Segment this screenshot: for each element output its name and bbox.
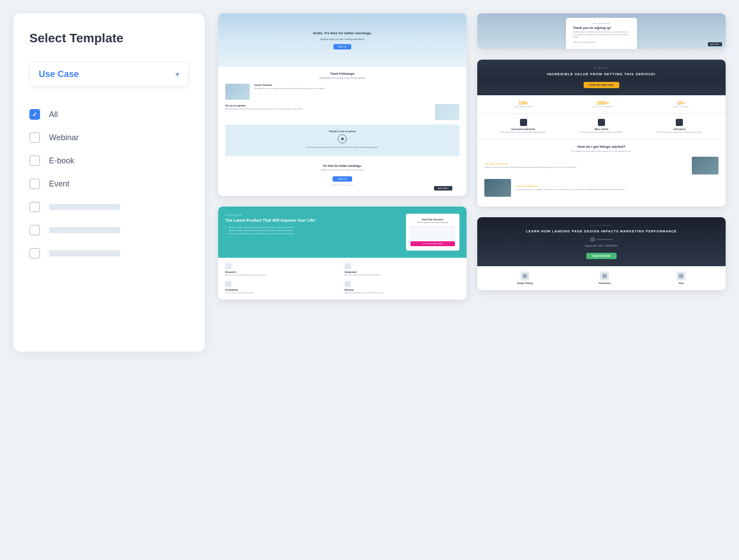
tmpl2-feat-text-4: Never worry for a backup for you and can… <box>345 292 384 294</box>
tmpl4-hero: A SOFU INCREDIBLE VALUE FROM GETTING THI… <box>477 60 726 95</box>
tmpl2-feat-text-1: With we've put a lot of thought when des… <box>225 274 266 276</box>
filter-placeholder-1 <box>49 204 120 210</box>
checkbox-all[interactable] <box>29 109 40 120</box>
tmpl5-register-btn: REGISTER NOW <box>586 253 616 259</box>
tmpl5-speaker-name-2: Performance <box>599 282 611 284</box>
tmpl2-top-left: APPFLOWW The Latest Product That Will Im… <box>225 214 401 251</box>
tmpl4-gs-row-2: Analyze an dashboard You can easily mana… <box>484 179 719 197</box>
main-area: Smile. It's time for better meetings. Ap… <box>218 13 726 300</box>
tmpl2-feat-icon-4 <box>345 281 351 287</box>
template-card-product[interactable]: APPFLOWW The Latest Product That Will Im… <box>218 207 467 300</box>
checkbox-p1[interactable] <box>29 202 40 212</box>
tmpl2-feat-icon-1 <box>225 263 231 269</box>
tmpl4-headline: INCREDIBLE VALUE FROM GETTING THIS SERVI… <box>484 72 719 76</box>
filter-item-all[interactable]: All <box>29 103 189 126</box>
tmpl3-img: APPFLOWCOMPANY Thank you for signing up!… <box>477 13 726 49</box>
tmpl4-feature-1: Increased productivity Start saving resu… <box>484 119 562 134</box>
tmpl5-calendar-icon <box>590 237 595 242</box>
tmpl2-bullet-1: We're on a path to improve your producti… <box>225 226 401 228</box>
tmpl4-feat-text-3: That will empower your business with coo… <box>641 131 719 134</box>
tmpl1-feature-img-1 <box>225 84 250 100</box>
tmpl4-stat-2: 2000+ ACTIVE CLIENTS <box>593 101 613 108</box>
tmpl1-add-btn[interactable]: ADD NEXT <box>434 186 452 191</box>
use-case-dropdown[interactable]: Use Case ▾ <box>29 61 189 87</box>
tmpl2-feat-text-3: You can use it from anywhere you desire. <box>225 292 254 294</box>
tmpl4-gs-link-2: Analyze an dashboard <box>516 185 719 187</box>
filter-item-event[interactable]: Event <box>29 172 189 195</box>
tmpl4-stat-num-3: 10+ <box>673 101 689 106</box>
tmpl1-feature-text-1: Visual Timeline With AppFlow you can vis… <box>254 84 459 90</box>
checkbox-webinar[interactable] <box>29 132 40 143</box>
tmpl3-title: Thank you for signing up! <box>573 26 630 29</box>
tmpl2-form-box: Get Free Access! We're on a path to impr… <box>406 214 459 251</box>
filter-item-placeholder2[interactable] <box>29 219 189 242</box>
template-column-1: Smile. It's time for better meetings. Ap… <box>218 13 467 300</box>
svg-rect-2 <box>679 274 683 278</box>
tmpl4-stat-label-3: DAILY MILES <box>673 106 689 108</box>
tmpl1-footer-btn: SIGN UP <box>333 176 353 182</box>
tmpl2-feature-4: Backup Never worry for a backup for you … <box>345 281 459 294</box>
tmpl3-add-btn[interactable]: ADD NEXT <box>708 42 722 46</box>
tmpl1-feature-row-1: Visual Timeline With AppFlow you can vis… <box>225 84 459 100</box>
checkbox-ebook[interactable] <box>29 155 40 166</box>
tmpl4-getting-started: How do I get things started? Our softwar… <box>477 139 726 207</box>
tmpl4-stat-label-1: INTEGRATIONS <box>514 106 533 108</box>
tmpl1-feature-desc-2: Meeting agendas for the information and … <box>225 108 430 110</box>
tmpl5-brand: SOFUCOMPANY <box>484 224 719 227</box>
left-panel: Select Template Use Case ▾ All Webinar E… <box>13 13 205 352</box>
checkbox-event[interactable] <box>29 179 40 189</box>
tmpl2-feat-title-3: Availability <box>225 288 238 291</box>
filter-label-all: All <box>49 110 58 119</box>
tmpl5-headline: LEARN HOW LANDING PAGE DESIGN IMPACTS MA… <box>484 229 719 234</box>
tmpl1-feature-title-1: Visual Timeline <box>254 84 459 86</box>
filter-item-webinar[interactable]: Webinar <box>29 126 189 149</box>
filter-item-placeholder3[interactable] <box>29 242 189 265</box>
tmpl4-stat-label-2: ACTIVE CLIENTS <box>593 106 613 108</box>
tmpl4-gs-sub: Our software is custom-built for every b… <box>484 150 719 152</box>
tmpl4-stat-3: 10+ DAILY MILES <box>673 101 689 108</box>
tmpl2-bullet-2: We're on a path to improve your producti… <box>225 229 401 231</box>
tmpl4-gs-text-1: Start with a free account Create new pro… <box>484 162 687 169</box>
checkbox-p2[interactable] <box>29 225 40 235</box>
tmpl2-feature-3: Availability You can use it from anywher… <box>225 281 340 294</box>
tmpl1-feature-img-2 <box>435 104 459 120</box>
tmpl4-brand: A SOFU <box>484 67 719 69</box>
tmpl4-feat-title-2: More control <box>562 128 640 130</box>
tmpl4-stat-num-1: 100+ <box>514 101 533 106</box>
template-card-thankyou[interactable]: APPFLOWCOMPANY Thank you for signing up!… <box>477 13 726 49</box>
tmpl5-speaker-3: Value <box>677 272 686 285</box>
tmpl4-stats: 100+ INTEGRATIONS 2000+ ACTIVE CLIENTS 1… <box>477 95 726 114</box>
tmpl3-overlay: APPFLOWCOMPANY Thank you for signing up!… <box>566 18 637 49</box>
tmpl5-speaker-name-3: Value <box>677 282 686 284</box>
tmpl5-speaker-name-1: Design Thinking <box>517 282 533 284</box>
tmpl2-feat-title-1: Research <box>225 271 236 273</box>
chevron-down-icon: ▾ <box>175 69 179 79</box>
tmpl4-feature-2: More control This was created using your… <box>562 119 640 134</box>
filter-item-placeholder1[interactable] <box>29 195 189 219</box>
template-card-webinar[interactable]: SOFUCOMPANY LEARN HOW LANDING PAGE DESIG… <box>477 217 726 290</box>
tmpl1-feature-text-2: Set up an agenda Meeting agendas for the… <box>225 104 430 110</box>
play-icon <box>338 134 347 143</box>
filter-placeholder-3 <box>49 250 120 256</box>
tmpl4-gs-link-1: Start with a free account <box>484 162 687 165</box>
tmpl1-body: Track Followups With AppFlow you can sta… <box>218 67 467 196</box>
tmpl2-submit-btn: GET YOUR FREE DEMO <box>410 241 455 246</box>
tmpl5-speakers: Design Thinking Performance Value <box>477 266 726 290</box>
template-card-meeting[interactable]: Smile. It's time for better meetings. Ap… <box>218 13 467 196</box>
tmpl4-gs-text-2: Analyze an dashboard You can easily mana… <box>516 185 719 191</box>
tmpl5-speaker-icon-3 <box>677 272 686 280</box>
template-card-sofu[interactable]: A SOFU INCREDIBLE VALUE FROM GETTING THI… <box>477 60 726 207</box>
tmpl4-trial-btn: START MY FREE TRIAL <box>584 82 619 88</box>
tmpl2-feat-icon-2 <box>345 263 351 269</box>
tmpl2-form-title: Get Free Access! <box>410 218 455 221</box>
tmpl2-input-firstname <box>410 226 455 230</box>
tmpl4-gs-title: How do I get things started? <box>484 145 719 149</box>
checkbox-p3[interactable] <box>29 248 40 259</box>
tmpl2-feat-title-2: Integrated <box>345 271 357 273</box>
tmpl1-section-title: Track Followups <box>225 72 459 75</box>
tmpl4-feat-icon-3 <box>676 119 683 126</box>
tmpl5-date: August 24th, 2026 ∙ 2:00 PM EST <box>484 244 719 247</box>
filter-item-ebook[interactable]: E-book <box>29 149 189 172</box>
tmpl2-feature-2: Integrated Don't using it with your favo… <box>345 263 459 276</box>
tmpl1-section-text: With AppFlow you can stay on top of ever… <box>225 77 459 79</box>
